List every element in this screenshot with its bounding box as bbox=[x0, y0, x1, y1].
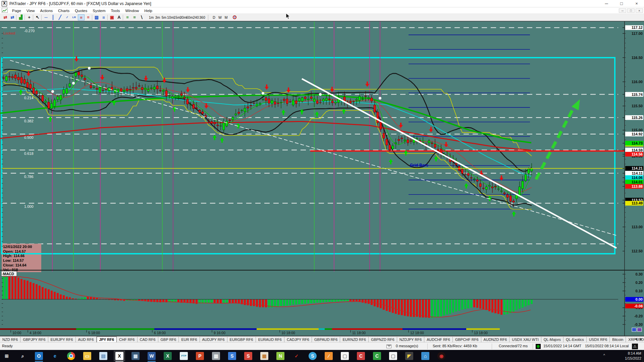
close-button[interactable]: × bbox=[629, 0, 644, 7]
maximize-button[interactable]: □ bbox=[614, 0, 629, 7]
tab-nzd-rf6[interactable]: NZD RF6 bbox=[0, 337, 20, 342]
skype-icon[interactable]: S bbox=[309, 352, 317, 360]
trendline-tool-icon[interactable]: ╱ bbox=[57, 14, 63, 20]
tab-audnzd-rf6[interactable]: AUDNZD RF6 bbox=[481, 337, 510, 342]
hatch-tool-icon[interactable]: ▨ bbox=[93, 14, 100, 20]
text-tool-icon[interactable]: A bbox=[116, 14, 122, 20]
menu-item-charts[interactable]: Charts bbox=[55, 8, 72, 14]
timeframe-button-1m[interactable]: 1m bbox=[148, 14, 155, 20]
menu-item-quotes[interactable]: Quotes bbox=[72, 8, 90, 14]
notepad-icon[interactable]: ▤ bbox=[99, 352, 107, 360]
camtasia-green-icon[interactable]: C bbox=[373, 352, 381, 360]
tab-ql-exotics[interactable]: QL-Exotics bbox=[564, 337, 587, 342]
sticky-notes-icon[interactable]: ◤ bbox=[405, 352, 413, 360]
toolbox-icon[interactable]: ⌂ bbox=[421, 352, 429, 360]
chart-type-icon[interactable]: ▟ bbox=[17, 14, 24, 20]
timeframe-button-15m[interactable]: 15m bbox=[173, 14, 180, 20]
tab-jpy-rf6[interactable]: JPY RF6 bbox=[97, 337, 117, 343]
powerpoint-icon[interactable]: P bbox=[196, 352, 204, 360]
fib-levels-icon[interactable]: ≡ bbox=[78, 14, 85, 20]
scroll-right-icon[interactable]: ⇄ bbox=[9, 14, 16, 20]
session-clock-icon[interactable] bbox=[233, 15, 236, 19]
page-chart-icon[interactable] bbox=[2, 8, 8, 13]
outlook-icon[interactable]: O bbox=[35, 352, 43, 360]
period-button-D[interactable]: D bbox=[211, 14, 217, 20]
taskbar-clock[interactable]: 8:14 AM 1/15/2022 bbox=[625, 351, 641, 361]
tab-ql-majors[interactable]: QL-Majors bbox=[541, 337, 564, 342]
period-button-W[interactable]: W bbox=[217, 14, 223, 20]
mdi-close-button[interactable]: × bbox=[636, 8, 643, 13]
channel-tool-icon[interactable]: ∕∕ bbox=[64, 14, 70, 20]
regression-tool-icon[interactable]: LR bbox=[71, 14, 77, 20]
menu-item-view[interactable]: View bbox=[24, 8, 38, 14]
ftp-icon[interactable]: FTP bbox=[180, 352, 188, 360]
pen-tool-icon[interactable]: ∖ bbox=[138, 14, 145, 20]
hline-tool-icon[interactable]: ─ bbox=[43, 14, 49, 20]
menu-item-tools[interactable]: Tools bbox=[108, 8, 123, 14]
timeframe-button-30m[interactable]: 30m bbox=[180, 14, 186, 20]
tab-nzdjpy-rf6[interactable]: NZDJPY RF6 bbox=[397, 337, 424, 342]
viewer-icon[interactable]: ▦ bbox=[260, 352, 268, 360]
mdi-restore-button[interactable]: □ bbox=[627, 8, 635, 13]
menu-item-actions[interactable]: Actions bbox=[38, 8, 56, 14]
timeframe-button-5m[interactable]: 5m bbox=[161, 14, 167, 20]
explorer-icon[interactable]: ▭ bbox=[83, 352, 91, 360]
tab-scroll-arrows[interactable]: ◀ ▶ bbox=[635, 337, 643, 341]
chart-canvas[interactable]: -0.2700.2140.3820.5000.6180.7861.00012/0… bbox=[0, 0, 644, 362]
camtasia-red-icon[interactable]: C bbox=[357, 352, 365, 360]
app-s-blue-icon[interactable]: S bbox=[228, 352, 236, 360]
grid-bars-icon[interactable]: ||| bbox=[100, 14, 107, 20]
mail-icon[interactable] bbox=[386, 345, 391, 348]
tab-gbpchf-rf6[interactable]: GBPCHF RF6 bbox=[453, 337, 481, 342]
tab-audchf-rf6[interactable]: AUDCHF RF6 bbox=[424, 337, 453, 342]
edge-icon[interactable]: e bbox=[51, 352, 59, 360]
tab-eur-rf6[interactable]: EUR RF6 bbox=[179, 337, 200, 342]
check-app-icon[interactable]: ✓ bbox=[292, 352, 301, 360]
tab-usdx-xau-wti[interactable]: USDX XAU WTI bbox=[509, 337, 541, 342]
menu-item-window[interactable]: Window bbox=[122, 8, 142, 14]
tab-chf-rf6[interactable]: CHF RF6 bbox=[117, 337, 137, 342]
show-desktop-button[interactable] bbox=[643, 350, 644, 362]
tab-aud-rf6[interactable]: AUD RF6 bbox=[76, 337, 97, 342]
document2-icon[interactable]: ▢ bbox=[389, 352, 397, 360]
period-button-M[interactable]: M bbox=[223, 14, 229, 20]
tab-eurnzd-rf6[interactable]: EURNZD RF6 bbox=[340, 337, 369, 342]
minimize-button[interactable]: ─ bbox=[599, 0, 614, 7]
tab-cadjpy-rf6[interactable]: CADJPY RF6 bbox=[284, 337, 312, 342]
calculator-icon[interactable]: ▦ bbox=[131, 352, 140, 360]
mdi-minimize-button[interactable]: ─ bbox=[619, 8, 626, 13]
tab-cad-rf6[interactable]: CAD RF6 bbox=[138, 337, 158, 342]
document-icon[interactable]: ▢ bbox=[341, 352, 349, 360]
pointer-icon[interactable]: ↖ bbox=[34, 14, 41, 20]
tab-gbpjpy-rf6[interactable]: GBPJPY RF6 bbox=[20, 337, 48, 342]
tab-audjpy-rf6[interactable]: AUDJPY RF6 bbox=[200, 337, 227, 342]
warning-icon[interactable]: ⚠ bbox=[632, 344, 638, 349]
word-icon[interactable]: W bbox=[148, 352, 156, 360]
excel-icon[interactable]: X bbox=[164, 352, 172, 360]
tab-gbp-rf6[interactable]: GBP RF6 bbox=[158, 337, 179, 342]
search-icon[interactable]: ⌕ bbox=[19, 352, 27, 360]
tab-usdx-rf6[interactable]: USDX RF6 bbox=[587, 337, 610, 342]
recorder-icon[interactable]: ◉ bbox=[437, 352, 445, 360]
menu-item-help[interactable]: Help bbox=[142, 8, 155, 14]
menu-item-system[interactable]: System bbox=[90, 8, 108, 14]
app-s-red-icon[interactable]: S bbox=[244, 352, 252, 360]
crosshair-icon[interactable]: + bbox=[26, 14, 33, 20]
chrome-icon[interactable] bbox=[67, 352, 75, 360]
levels-icon[interactable]: ≡ bbox=[85, 14, 92, 20]
hsl-indicator-icon[interactable]: ≡ bbox=[131, 14, 138, 20]
timeframe-button-3m[interactable]: 3m bbox=[154, 14, 161, 20]
tab-eurjpy-rf6[interactable]: EURJPY RF6 bbox=[48, 337, 76, 342]
vline-tool-icon[interactable]: ║ bbox=[50, 14, 56, 20]
scroll-left-icon[interactable]: ⇄ bbox=[2, 14, 9, 20]
timeframe-button-10m[interactable]: 10m bbox=[167, 14, 174, 20]
tab-euraud-rf6[interactable]: EURAUD RF6 bbox=[256, 337, 284, 342]
tab-gbpaud-rf6[interactable]: GBPAUD RF6 bbox=[312, 337, 340, 342]
patrader-icon[interactable]: X bbox=[115, 352, 123, 360]
start-button[interactable]: ⊞ bbox=[3, 352, 11, 360]
pat-indicator-icon[interactable]: ≡ bbox=[124, 14, 131, 20]
notepadpp-icon[interactable]: N bbox=[276, 352, 284, 360]
timeframe-button-60m[interactable]: 60m bbox=[186, 14, 193, 20]
tab-bitcoin[interactable]: Bitcoin bbox=[610, 337, 626, 342]
wave-tool-icon[interactable]: ▣ bbox=[109, 14, 115, 20]
